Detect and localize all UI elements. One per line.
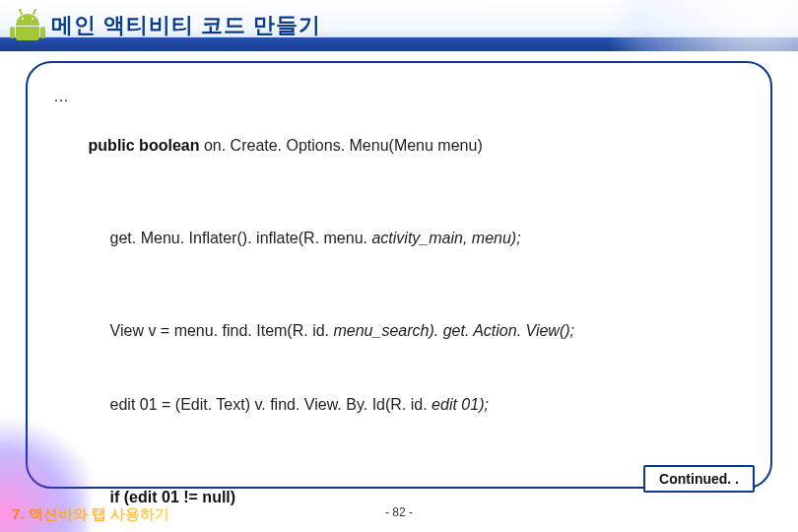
code-block: … public boolean on. Create. Options. Me… [53, 85, 745, 532]
content-frame: … public boolean on. Create. Options. Me… [26, 61, 772, 489]
keyword: public boolean [89, 137, 204, 154]
text: get. Menu. Inflater(). inflate(R. menu. [110, 230, 372, 246]
header-decor [542, 0, 798, 51]
code-line: edit 01 = (Edit. Text) v. find. View. By… [53, 368, 745, 441]
italic-text: menu_search). get. Action. View(); [333, 322, 574, 339]
text: on. Create. Options. Menu(Menu menu) [204, 137, 483, 154]
page-number: - 82 - [385, 505, 413, 519]
slide: 메인 액티비티 코드 만들기 … public boolean on. Crea… [0, 0, 798, 532]
code-line: View v = menu. find. Item(R. id. menu_se… [53, 296, 745, 368]
footer: - 82 - [0, 500, 798, 524]
code-line: public boolean on. Create. Options. Menu… [53, 109, 745, 182]
text: = (Edit. Text) v. find. View. By. Id(R. … [158, 396, 432, 413]
italic-text: activity_main, menu); [371, 230, 520, 246]
text: View v = menu. find. Item(R. id. [110, 322, 334, 339]
text: edit 01 [110, 396, 158, 413]
slide-title: 메인 액티비티 코드 만들기 [51, 11, 321, 40]
italic-text: edit 01); [432, 396, 489, 413]
android-icon [14, 10, 41, 41]
continued-badge: Continued. . [643, 465, 755, 493]
code-line: … [53, 85, 745, 109]
code-line: get. Menu. Inflater(). inflate(R. menu. … [53, 202, 745, 275]
header-bar: 메인 액티비티 코드 만들기 [0, 0, 798, 51]
